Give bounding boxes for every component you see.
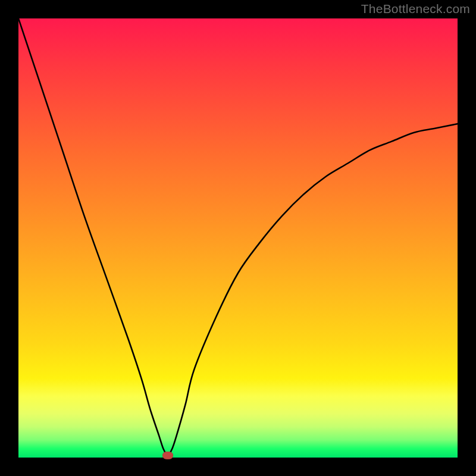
plot-area [18,18,458,458]
chart-frame: TheBottleneck.com [0,0,476,476]
watermark-text: TheBottleneck.com [361,2,470,16]
minimum-marker [162,452,173,459]
bottleneck-curve [18,18,458,458]
